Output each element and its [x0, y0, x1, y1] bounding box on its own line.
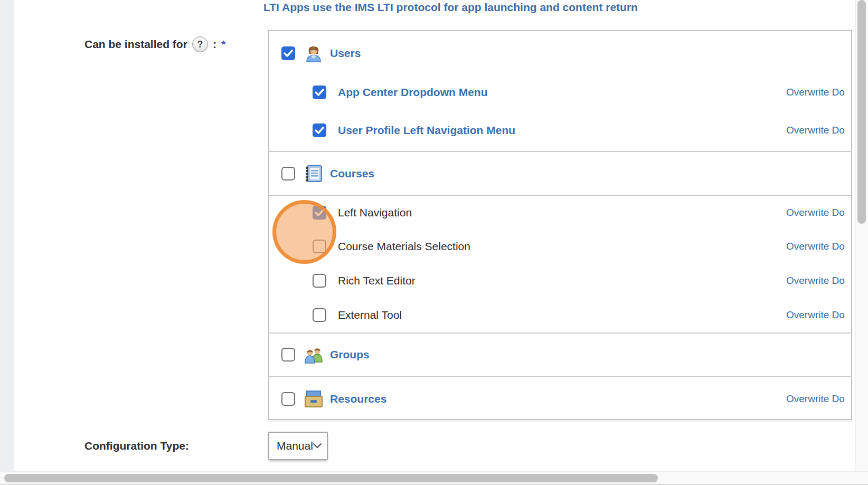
- row-course-materials-selection: Course Materials Selection Overwrite Do: [269, 229, 851, 263]
- courses-link[interactable]: Courses: [330, 167, 374, 180]
- courses-checkbox[interactable]: [281, 167, 295, 180]
- label-colon: :: [213, 38, 216, 51]
- external-tool-label[interactable]: External Tool: [338, 309, 402, 321]
- left-navigation-label[interactable]: Left Navigation: [338, 206, 412, 219]
- configuration-type-select[interactable]: Manual: [268, 432, 328, 460]
- help-icon[interactable]: ?: [192, 36, 208, 52]
- user-profile-left-navigation-menu-checkbox[interactable]: [313, 123, 326, 137]
- users-checkbox[interactable]: [281, 46, 295, 60]
- groups-checkbox[interactable]: [281, 348, 295, 362]
- resources-link[interactable]: Resources: [330, 393, 386, 405]
- overwrite-link[interactable]: Overwrite Do: [786, 87, 845, 98]
- rich-text-editor-checkbox[interactable]: [313, 274, 326, 288]
- row-users: Users: [269, 31, 851, 75]
- page-left-gutter: [0, 0, 14, 471]
- row-resources: Resources Overwrite Do: [269, 376, 851, 420]
- horizontal-scrollbar-track: [0, 471, 868, 485]
- lti-protocol-note: LTI Apps use the IMS LTI protocol for ap…: [263, 1, 638, 14]
- can-be-installed-for-label: Can be installed for: [84, 38, 187, 51]
- groups-icon: [304, 346, 324, 364]
- external-tool-checkbox[interactable]: [313, 308, 326, 322]
- configuration-type-label: Configuration Type:: [84, 440, 189, 452]
- chevron-down-icon: [313, 441, 322, 451]
- course-materials-selection-checkbox[interactable]: [313, 240, 326, 253]
- overwrite-link[interactable]: Overwrite Do: [786, 275, 845, 287]
- row-rich-text-editor: Rich Text Editor Overwrite Do: [269, 263, 851, 298]
- lti-app-settings-page: LTI Apps use the IMS LTI protocol for ap…: [0, 0, 868, 485]
- app-center-dropdown-menu-checkbox[interactable]: [313, 85, 326, 99]
- rich-text-editor-label[interactable]: Rich Text Editor: [338, 274, 416, 287]
- row-app-center-dropdown-menu: App Center Dropdown Menu Overwrite Do: [269, 75, 851, 109]
- install-targets-box: Users App Center Dropdown Menu Overwrite…: [268, 30, 852, 420]
- required-asterisk: *: [221, 38, 225, 51]
- row-left-navigation: Left Navigation Overwrite Do: [269, 195, 851, 229]
- configuration-type-value: Manual: [277, 440, 313, 452]
- overwrite-link[interactable]: Overwrite Do: [786, 207, 845, 218]
- vertical-scrollbar-thumb[interactable]: [857, 0, 866, 224]
- resources-drawer-icon: [304, 390, 324, 408]
- row-groups: Groups: [269, 332, 851, 376]
- users-link[interactable]: Users: [330, 47, 361, 60]
- overwrite-link[interactable]: Overwrite Do: [786, 309, 845, 321]
- vertical-scrollbar-track: [855, 0, 868, 471]
- overwrite-link[interactable]: Overwrite Do: [786, 241, 845, 252]
- row-courses: Courses: [269, 151, 851, 195]
- left-navigation-checkbox[interactable]: [313, 206, 326, 220]
- user-profile-left-navigation-menu-label[interactable]: User Profile Left Navigation Menu: [338, 124, 515, 137]
- user-icon: [304, 44, 324, 62]
- row-user-profile-left-navigation-menu: User Profile Left Navigation Menu Overwr…: [269, 109, 851, 151]
- can-be-installed-for-label-row: Can be installed for ? : *: [84, 34, 225, 55]
- overwrite-link[interactable]: Overwrite Do: [786, 393, 845, 405]
- row-external-tool: External Tool Overwrite Do: [269, 298, 851, 332]
- groups-link[interactable]: Groups: [330, 348, 370, 361]
- course-materials-selection-label[interactable]: Course Materials Selection: [338, 240, 470, 253]
- resources-checkbox[interactable]: [281, 392, 295, 406]
- courses-notebook-icon: [304, 165, 324, 183]
- overwrite-link[interactable]: Overwrite Do: [786, 125, 845, 136]
- app-center-dropdown-menu-label[interactable]: App Center Dropdown Menu: [338, 86, 487, 99]
- horizontal-scrollbar-thumb[interactable]: [4, 474, 658, 482]
